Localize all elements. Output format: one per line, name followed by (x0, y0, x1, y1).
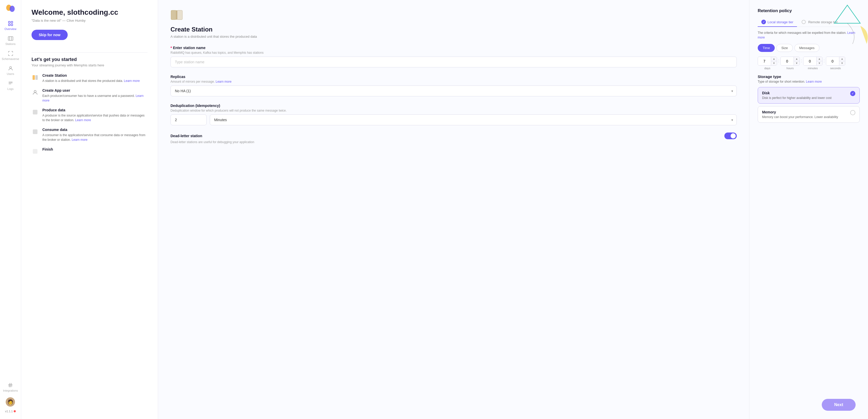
dedup-unit-wrapper: Seconds Minutes Hours Days (210, 115, 737, 125)
minutes-input[interactable] (803, 57, 816, 65)
version-dot (14, 410, 16, 412)
filter-tab-time[interactable]: Time (758, 44, 775, 52)
version-badge: v1.1.1 (5, 410, 16, 413)
skip-button[interactable]: Skip for now (32, 30, 68, 40)
step-desc-create-app-user: Each producer/consumer has to have a use… (42, 94, 148, 103)
step-desc-create-station: A station is a distributed unit that sto… (42, 78, 148, 83)
disk-option-content: Disk Disk is perfect for higher availabi… (762, 91, 832, 100)
svg-rect-9 (35, 75, 38, 80)
step-produce-data: Produce data A producer is the source ap… (32, 108, 148, 123)
svg-rect-2 (8, 22, 10, 23)
sidebar: Overview Stations Schemaverse Users Logs… (0, 0, 21, 419)
step-icon-produce-data (32, 108, 39, 116)
panel-icon (170, 9, 737, 23)
step-link-produce-data[interactable]: Learn more (75, 118, 91, 122)
seconds-up-arrow[interactable]: ▲ (839, 57, 845, 61)
lets-started-subtitle: Your streaming journey with Memphis star… (32, 63, 148, 67)
step-desc-produce-data: A producer is the source application/ser… (42, 113, 148, 123)
sidebar-item-overview[interactable]: Overview (0, 19, 21, 33)
filter-tab-messages[interactable]: Messages (795, 44, 819, 52)
time-days-field: ▲ ▼ days (758, 57, 777, 70)
memory-storage-option[interactable]: Memory Memory can boost your performance… (758, 106, 860, 123)
replicas-hint: Amount of mirrors per message. Learn mor… (170, 80, 737, 84)
step-icon-create-app-user (32, 89, 39, 96)
days-down-arrow[interactable]: ▼ (771, 61, 777, 65)
dedup-unit-select[interactable]: Seconds Minutes Hours Days (210, 115, 737, 125)
sidebar-item-schemaverse[interactable]: Schemaverse (0, 49, 21, 63)
svg-rect-11 (33, 110, 37, 115)
step-icon-create-station (32, 74, 39, 81)
left-panel: Welcome, slothcoding.cc "Data is the new… (21, 0, 158, 419)
sidebar-label-overview: Overview (5, 27, 17, 31)
dedup-value-input[interactable] (170, 115, 207, 125)
step-title-create-app-user: Create App user (42, 88, 148, 93)
memory-option-content: Memory Memory can boost your performance… (762, 110, 838, 119)
step-content-finish: Finish (42, 147, 148, 153)
sidebar-item-integrations[interactable]: Integrations (2, 380, 19, 394)
local-tier-check-icon: ✓ (761, 20, 766, 24)
sidebar-item-logs[interactable]: Logs (0, 78, 21, 93)
days-input[interactable] (758, 57, 771, 65)
hours-up-arrow[interactable]: ▲ (794, 57, 800, 61)
dedup-desc: Deduplication window for which producers… (170, 109, 737, 112)
svg-rect-8 (33, 75, 35, 80)
minutes-down-arrow[interactable]: ▼ (816, 61, 822, 65)
local-tier-label: Local storage tier (768, 20, 793, 24)
memory-option-title: Memory (762, 110, 838, 114)
disk-storage-option[interactable]: Disk Disk is perfect for higher availabi… (758, 87, 860, 104)
step-title-consume-data: Consume data (42, 128, 148, 132)
next-button[interactable]: Next (822, 399, 856, 411)
remote-storage-tier-tab[interactable]: Remote storage tier (798, 18, 841, 27)
seconds-input[interactable] (826, 57, 839, 65)
retention-title: Retention policy (758, 8, 860, 13)
sidebar-label-schemaverse: Schemaverse (2, 57, 19, 60)
step-finish: Finish (32, 147, 148, 155)
days-up-arrow[interactable]: ▲ (771, 57, 777, 61)
storage-type-hint: Type of storage for short retention. Lea… (758, 80, 860, 84)
step-link-consume-data[interactable]: Learn more (71, 138, 87, 141)
step-icon-consume-data (32, 128, 39, 135)
svg-rect-4 (8, 24, 10, 26)
disk-option-title: Disk (762, 91, 832, 95)
retention-hint: The criteria for which messages will be … (758, 31, 860, 40)
dead-letter-section: Dead-letter station Dead-letter stations… (170, 132, 737, 144)
sidebar-item-stations[interactable]: Stations (0, 34, 21, 47)
panel-desc: A station is a distributed unit that sto… (170, 35, 737, 38)
minutes-up-arrow[interactable]: ▲ (816, 57, 822, 61)
storage-learn-more-link[interactable]: Learn more (806, 80, 822, 84)
sidebar-item-users[interactable]: Users (0, 64, 21, 77)
step-icon-finish (32, 148, 39, 155)
svg-rect-15 (176, 10, 177, 20)
step-title-create-station: Create Station (42, 73, 148, 77)
replicas-learn-more-link[interactable]: Learn more (216, 80, 231, 84)
version-text: v1.1.1 (5, 410, 13, 413)
station-name-input[interactable] (170, 57, 737, 67)
dedup-label: Deduplication (Idempotency) (170, 104, 737, 108)
seconds-down-arrow[interactable]: ▼ (839, 61, 845, 65)
station-name-hint: RabbitMQ has queues, Kafka has topics, a… (170, 51, 737, 55)
required-mark: * (170, 46, 172, 50)
disk-radio-icon (850, 91, 855, 96)
dead-letter-desc: Dead-letter stations are useful for debu… (170, 140, 737, 144)
svg-rect-13 (33, 149, 37, 154)
hours-arrows: ▲ ▼ (794, 57, 800, 65)
right-panel: Retention policy ✓ Local storage tier Re… (749, 0, 868, 419)
dead-letter-toggle[interactable] (724, 132, 737, 139)
local-storage-tier-tab[interactable]: ✓ Local storage tier (758, 18, 797, 27)
dead-letter-label: Dead-letter station (170, 134, 202, 138)
seconds-label: seconds (830, 67, 841, 70)
time-colon-2: : (801, 58, 802, 64)
avatar[interactable]: 🧑 (6, 397, 15, 407)
svg-rect-12 (33, 129, 37, 134)
filter-tab-size[interactable]: Size (776, 44, 793, 52)
step-link-create-station[interactable]: Learn more (124, 79, 140, 83)
hours-down-arrow[interactable]: ▼ (794, 61, 800, 65)
step-title-finish: Finish (42, 147, 148, 151)
svg-point-7 (9, 67, 11, 68)
disk-option-desc: Disk is perfect for higher availability … (762, 96, 832, 100)
time-colon-3: : (824, 58, 825, 64)
hours-label: hours (786, 67, 794, 70)
replicas-select[interactable]: No HA (1) HA (3) Super HA (5) (170, 86, 737, 96)
hours-input[interactable] (781, 57, 794, 65)
step-list: Create Station A station is a distribute… (32, 73, 148, 155)
